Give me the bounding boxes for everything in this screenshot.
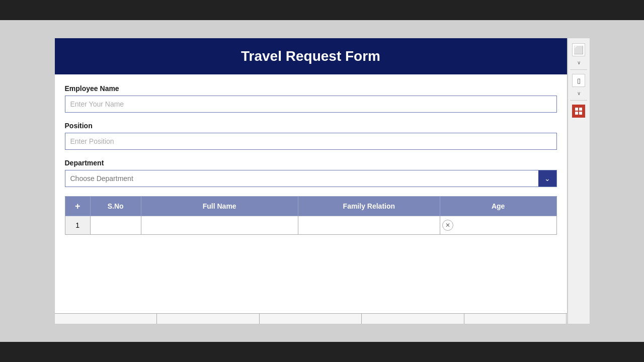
department-group: Department ⌄: [65, 159, 557, 187]
relation-column-header: Family Relation: [298, 197, 440, 216]
position-group: Position: [65, 122, 557, 150]
bottom-cell-3: [260, 314, 362, 324]
delete-row-button[interactable]: ✕: [442, 220, 453, 231]
fullname-column-header: Full Name: [141, 197, 298, 216]
side-divider-1: [570, 69, 587, 70]
add-row-button[interactable]: +: [75, 202, 80, 211]
form-body: Employee Name Position Department ⌄: [55, 74, 567, 313]
side-panel: ⬜ ∨ ▯ ∨: [568, 38, 590, 324]
chevron-down-icon-monitor[interactable]: ∨: [575, 59, 583, 65]
sno-input[interactable]: [67, 218, 88, 232]
family-table: + S.No Full Name Family Relation Age: [65, 196, 557, 235]
department-input[interactable]: [65, 170, 538, 187]
svg-rect-1: [579, 108, 582, 111]
relation-input[interactable]: [143, 218, 296, 232]
svg-rect-2: [575, 112, 578, 115]
table-header: + S.No Full Name Family Relation Age: [65, 197, 556, 216]
bottom-cell-4: [362, 314, 464, 324]
mobile-icon[interactable]: ▯: [572, 74, 585, 87]
table-row: ✕: [65, 216, 556, 235]
form-header: Travel Request Form: [55, 38, 567, 74]
department-dropdown-button[interactable]: ⌄: [538, 170, 556, 187]
svg-rect-0: [575, 108, 578, 111]
position-input[interactable]: [65, 133, 557, 150]
family-table-group: + S.No Full Name Family Relation Age: [65, 196, 557, 235]
svg-rect-3: [579, 112, 582, 115]
bottom-bar: [0, 342, 644, 362]
relation-cell: [141, 216, 298, 235]
top-bar: [0, 0, 644, 20]
age-cell: [298, 216, 440, 235]
employee-name-input[interactable]: [65, 96, 557, 113]
age-input[interactable]: [300, 218, 438, 232]
fullname-input[interactable]: [93, 218, 139, 232]
sno-cell: [65, 216, 90, 235]
position-label: Position: [65, 122, 557, 130]
fullname-cell: [90, 216, 141, 235]
employee-name-group: Employee Name: [65, 84, 557, 113]
side-divider-2: [570, 100, 587, 101]
bottom-cell-2: [157, 314, 260, 324]
chevron-down-icon: ⌄: [544, 174, 550, 183]
add-column-header: +: [65, 197, 90, 216]
sno-column-header: S.No: [90, 197, 141, 216]
department-select-wrapper: ⌄: [65, 170, 557, 187]
employee-name-label: Employee Name: [65, 84, 557, 93]
age-column-header: Age: [440, 197, 556, 216]
grid-icon[interactable]: [572, 105, 585, 118]
chevron-down-icon-mobile[interactable]: ∨: [575, 90, 583, 96]
form-container: Travel Request Form Employee Name Positi…: [54, 38, 568, 324]
department-label: Department: [65, 159, 557, 167]
bottom-hint-row: [55, 313, 567, 324]
bottom-cell-5: [464, 314, 567, 324]
form-title: Travel Request Form: [241, 48, 380, 64]
delete-cell: ✕: [440, 216, 556, 235]
bottom-cell-1: [55, 314, 157, 324]
monitor-icon[interactable]: ⬜: [572, 43, 585, 56]
